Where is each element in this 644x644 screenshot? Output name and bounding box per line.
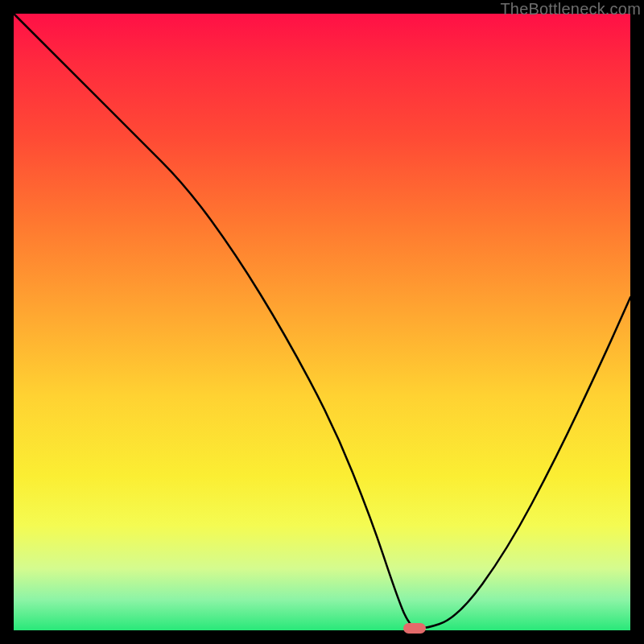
- optimal-marker: [403, 623, 426, 634]
- bottleneck-curve: [14, 14, 630, 630]
- chart-frame: TheBottleneck.com: [0, 0, 644, 644]
- plot-area: [14, 14, 630, 630]
